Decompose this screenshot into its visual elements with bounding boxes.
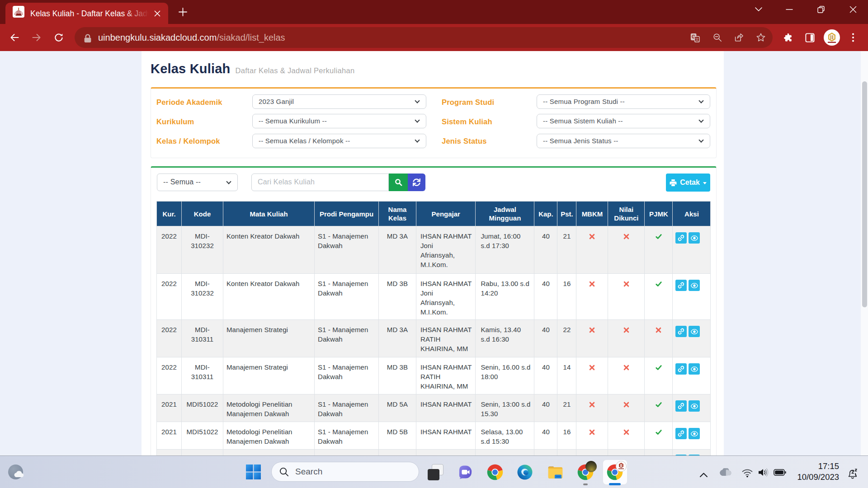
svg-text:文: 文 bbox=[695, 37, 699, 42]
